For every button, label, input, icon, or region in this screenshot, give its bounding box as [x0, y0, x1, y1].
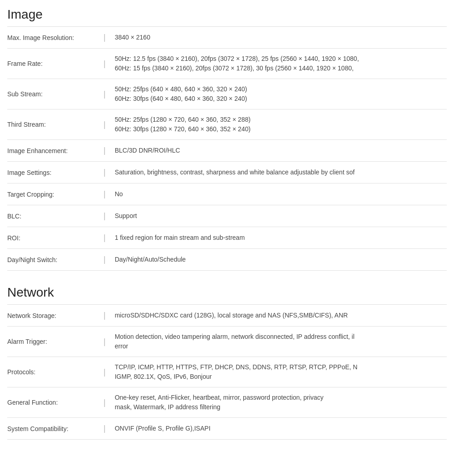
spec-divider: |: [98, 227, 111, 248]
spec-label-target-cropping: Target Cropping:: [7, 185, 98, 203]
table-row: Frame Rate: | 50Hz: 12.5 fps (3840 × 216…: [7, 49, 447, 79]
spec-divider: |: [98, 205, 111, 227]
spec-value-general-function: One-key reset, Anti-Flicker, heartbeat, …: [111, 387, 447, 417]
spec-label-network-storage: Network Storage:: [7, 307, 98, 325]
spec-value-image-settings: Saturation, brightness, contrast, sharpn…: [111, 162, 447, 183]
table-row: Target Cropping: | No: [7, 183, 447, 205]
table-row: Alarm Trigger: | Motion detection, video…: [7, 327, 447, 357]
spec-label-frame-rate: Frame Rate:: [7, 55, 98, 73]
spec-label-system-compatibility: System Compatibility:: [7, 420, 98, 438]
spec-label-protocols: Protocols:: [7, 363, 98, 381]
spec-divider: |: [98, 109, 111, 139]
spec-value-roi: 1 fixed region for main stream and sub-s…: [111, 228, 447, 248]
spec-value-target-cropping: No: [111, 184, 447, 204]
network-section-title: Network: [7, 285, 447, 305]
spec-divider: |: [98, 79, 111, 109]
spec-value-network-storage: microSD/SDHC/SDXC card (128G), local sto…: [111, 305, 447, 326]
spec-divider: |: [98, 183, 111, 205]
network-spec-table: Network Storage: | microSD/SDHC/SDXC car…: [7, 305, 447, 440]
spec-value-image-enhancement: BLC/3D DNR/ROI/HLC: [111, 140, 447, 161]
spec-divider: |: [98, 305, 111, 326]
spec-divider: |: [98, 249, 111, 270]
spec-value-max-resolution: 3840 × 2160: [111, 27, 447, 48]
spec-value-third-stream: 50Hz: 25fps (1280 × 720, 640 × 360, 352 …: [111, 109, 447, 139]
spec-label-general-function: General Function:: [7, 393, 98, 412]
spec-divider: |: [98, 418, 111, 439]
table-row: Third Stream: | 50Hz: 25fps (1280 × 720,…: [7, 109, 447, 140]
image-section: Image Max. Image Resolution: | 3840 × 21…: [0, 0, 454, 271]
table-row: Max. Image Resolution: | 3840 × 2160: [7, 27, 447, 49]
table-row: Image Settings: | Saturation, brightness…: [7, 162, 447, 183]
spec-divider: |: [98, 162, 111, 183]
table-row: ROI: | 1 fixed region for main stream an…: [7, 227, 447, 249]
table-row: Image Enhancement: | BLC/3D DNR/ROI/HLC: [7, 140, 447, 162]
table-row: System Compatibility: | ONVIF (Profile S…: [7, 418, 447, 440]
spec-value-system-compatibility: ONVIF (Profile S, Profile G),ISAPI: [111, 418, 447, 439]
spec-label-image-settings: Image Settings:: [7, 164, 98, 182]
table-row: General Function: | One-key reset, Anti-…: [7, 387, 447, 418]
spec-divider: |: [98, 49, 111, 79]
spec-value-blc: Support: [111, 206, 447, 226]
spec-divider: |: [98, 357, 111, 387]
spec-value-frame-rate: 50Hz: 12.5 fps (3840 × 2160), 20fps (307…: [111, 49, 447, 79]
table-row: BLC: | Support: [7, 205, 447, 227]
image-spec-table: Max. Image Resolution: | 3840 × 2160 Fra…: [7, 27, 447, 271]
spec-value-protocols: TCP/IP, ICMP, HTTP, HTTPS, FTP, DHCP, DN…: [111, 357, 447, 387]
table-row: Day/Night Switch: | Day/Night/Auto/Sched…: [7, 249, 447, 271]
spec-value-day-night-switch: Day/Night/Auto/Schedule: [111, 249, 447, 270]
table-row: Protocols: | TCP/IP, ICMP, HTTP, HTTPS, …: [7, 357, 447, 387]
spec-divider: |: [98, 27, 111, 48]
spec-label-max-resolution: Max. Image Resolution:: [7, 29, 98, 47]
spec-value-alarm-trigger: Motion detection, video tampering alarm,…: [111, 327, 447, 357]
image-section-title: Image: [7, 7, 447, 27]
spec-label-alarm-trigger: Alarm Trigger:: [7, 332, 98, 351]
spec-divider: |: [98, 140, 111, 161]
spec-label-roi: ROI:: [7, 229, 98, 247]
table-row: Sub Stream: | 50Hz: 25fps (640 × 480, 64…: [7, 79, 447, 109]
spec-divider: |: [98, 327, 111, 357]
spec-label-blc: BLC:: [7, 207, 98, 225]
network-section: Network Network Storage: | microSD/SDHC/…: [0, 278, 454, 440]
spec-label-image-enhancement: Image Enhancement:: [7, 142, 98, 160]
spec-value-sub-stream: 50Hz: 25fps (640 × 480, 640 × 360, 320 ×…: [111, 79, 447, 109]
spec-label-day-night-switch: Day/Night Switch:: [7, 251, 98, 269]
spec-label-third-stream: Third Stream:: [7, 115, 98, 134]
spec-divider: |: [98, 387, 111, 417]
spec-label-sub-stream: Sub Stream:: [7, 85, 98, 103]
table-row: Network Storage: | microSD/SDHC/SDXC car…: [7, 305, 447, 327]
